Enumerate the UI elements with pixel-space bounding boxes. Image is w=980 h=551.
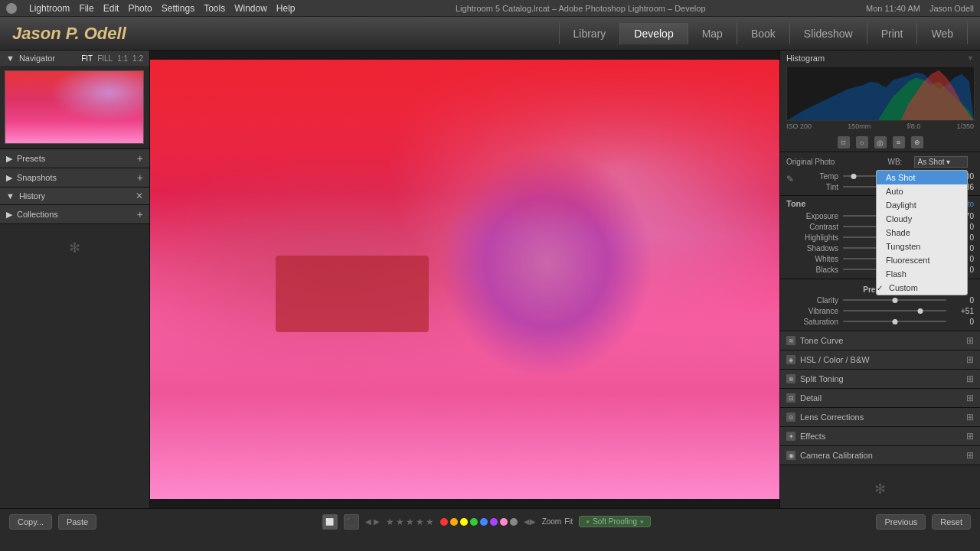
presets-add-icon[interactable]: + xyxy=(137,152,143,165)
view-next-icon[interactable]: ▶ xyxy=(374,517,380,526)
view-prev-icon[interactable]: ◀ xyxy=(365,517,371,526)
effects-header[interactable]: ✦ Effects ⊞ xyxy=(780,427,980,445)
hsl-header[interactable]: ◈ HSL / Color / B&W ⊞ xyxy=(780,350,980,369)
star-2[interactable]: ★ xyxy=(396,517,404,527)
menu-help[interactable]: Help xyxy=(276,3,296,14)
lens-corrections-header[interactable]: ⊙ Lens Corrections ⊞ xyxy=(780,408,980,426)
menu-photo[interactable]: Photo xyxy=(128,3,152,14)
tab-map[interactable]: Map xyxy=(688,23,737,44)
flag-prev[interactable]: ◀▶ xyxy=(524,517,536,526)
tone-curve-header[interactable]: ≋ Tone Curve ⊞ xyxy=(780,331,980,350)
camera-calibration-header[interactable]: ◉ Camera Calibration ⊞ xyxy=(780,446,980,465)
snapshots-section: ▶ Snapshots + xyxy=(0,168,149,187)
pencil-icon[interactable]: ✎ xyxy=(786,174,794,184)
clarity-slider[interactable] xyxy=(843,295,946,305)
navigator-thumbnail[interactable] xyxy=(5,70,144,144)
clarity-row: Clarity 0 xyxy=(786,295,974,305)
hsl-icon: ◈ xyxy=(786,355,795,364)
vibrance-label: Vibrance xyxy=(786,307,838,315)
tab-print[interactable]: Print xyxy=(867,23,918,44)
wb-option-fluorescent[interactable]: Fluorescent xyxy=(877,253,967,267)
wb-option-tungsten[interactable]: Tungsten xyxy=(877,240,967,253)
center-panel xyxy=(150,51,779,508)
menu-settings[interactable]: Settings xyxy=(162,3,194,14)
zoom-fit[interactable]: FIT xyxy=(81,54,93,63)
star-1[interactable]: ★ xyxy=(386,517,394,527)
color-green[interactable] xyxy=(470,518,478,526)
blacks-label: Blacks xyxy=(786,266,838,274)
effects-label: Effects xyxy=(800,432,825,441)
snapshots-header[interactable]: ▶ Snapshots + xyxy=(0,168,149,187)
bottom-bar: Copy... Paste ⬜ ⬛ ◀ ▶ ★ ★ ★ ★ ★ ◀▶ xyxy=(0,508,980,534)
color-lightyellow[interactable] xyxy=(460,518,468,526)
soft-proofing-label: Soft Proofing xyxy=(593,517,637,526)
navigator-header[interactable]: ▼ Navigator FIT FILL 1:1 1:2 xyxy=(0,51,149,66)
histogram-focal: 150mm xyxy=(848,122,871,130)
wb-option-cloudy[interactable]: Cloudy xyxy=(877,212,967,226)
presets-header[interactable]: ▶ Presets + xyxy=(0,149,149,168)
star-4[interactable]: ★ xyxy=(416,517,424,527)
wb-option-flash[interactable]: Flash xyxy=(877,267,967,281)
color-pink[interactable] xyxy=(500,518,508,526)
zoom-1to1[interactable]: 1:1 xyxy=(117,54,128,63)
proof-dropdown-icon[interactable]: ▾ xyxy=(640,518,644,526)
redeye-tool[interactable]: ◎ xyxy=(874,136,887,148)
zoom-fill[interactable]: FILL xyxy=(97,54,113,63)
left-panel: ▼ Navigator FIT FILL 1:1 1:2 ▶ xyxy=(0,51,150,508)
main-nav: Jason P. Odell Library Develop Map Book … xyxy=(0,17,980,51)
spot-removal-tool[interactable]: ○ xyxy=(856,136,868,148)
compare-view-button[interactable]: ⬛ xyxy=(344,514,359,530)
menu-tools[interactable]: Tools xyxy=(204,3,225,14)
tab-slideshow[interactable]: Slideshow xyxy=(790,23,867,44)
snapshots-add-icon[interactable]: + xyxy=(137,171,143,184)
color-yellow[interactable] xyxy=(450,518,458,526)
paste-button[interactable]: Paste xyxy=(58,514,96,530)
wb-option-auto[interactable]: Auto xyxy=(877,184,967,198)
wb-option-daylight[interactable]: Daylight xyxy=(877,198,967,212)
tint-label: Tint xyxy=(786,183,838,191)
detail-header[interactable]: ⊡ Detail ⊞ xyxy=(780,389,980,407)
color-red[interactable] xyxy=(440,518,448,526)
star-5[interactable]: ★ xyxy=(426,517,434,527)
collections-header[interactable]: ▶ Collections + xyxy=(0,205,149,223)
previous-button[interactable]: Previous xyxy=(876,514,926,530)
color-blue[interactable] xyxy=(480,518,488,526)
color-purple[interactable] xyxy=(490,518,498,526)
wb-option-shade[interactable]: Shade xyxy=(877,226,967,240)
wb-option-asshot[interactable]: As Shot xyxy=(877,171,967,184)
tab-book[interactable]: Book xyxy=(737,23,790,44)
radial-filter-tool[interactable]: ⊕ xyxy=(911,136,923,148)
copy-button[interactable]: Copy... xyxy=(9,514,52,530)
split-toning-header[interactable]: ⊗ Split Toning ⊞ xyxy=(780,370,980,388)
single-view-button[interactable]: ⬜ xyxy=(322,514,338,530)
saturation-slider[interactable] xyxy=(843,317,946,326)
crop-tool[interactable]: ⌑ xyxy=(838,136,850,148)
fit-label[interactable]: Fit xyxy=(564,517,573,526)
navigator-title: Navigator xyxy=(19,54,55,63)
tab-web[interactable]: Web xyxy=(917,23,968,44)
vibrance-slider[interactable] xyxy=(843,306,946,315)
history-header[interactable]: ▼ History ✕ xyxy=(0,187,149,204)
lens-corrections-panel: ⊙ Lens Corrections ⊞ xyxy=(780,408,980,427)
histogram-expand[interactable]: ▼ xyxy=(967,54,974,62)
color-gray[interactable] xyxy=(510,518,518,526)
menu-window[interactable]: Window xyxy=(234,3,267,14)
tab-library[interactable]: Library xyxy=(559,23,621,44)
soft-proofing-badge[interactable]: Soft Proofing ▾ xyxy=(579,516,651,527)
collections-add-icon[interactable]: + xyxy=(137,208,143,220)
star-3[interactable]: ★ xyxy=(406,517,414,527)
menu-lightroom[interactable]: Lightroom xyxy=(29,3,70,14)
reset-button[interactable]: Reset xyxy=(932,514,971,530)
wb-option-custom[interactable]: Custom xyxy=(877,281,967,295)
tab-develop[interactable]: Develop xyxy=(620,23,688,44)
wb-select[interactable]: As Shot ▾ xyxy=(914,156,969,168)
menu-edit[interactable]: Edit xyxy=(103,3,119,14)
menu-file[interactable]: File xyxy=(79,3,93,14)
graduated-filter-tool[interactable]: ≡ xyxy=(893,136,905,148)
temp-thumb xyxy=(851,174,856,179)
zoom-1to2[interactable]: 1:2 xyxy=(132,54,143,63)
tone-curve-label: Tone Curve xyxy=(800,336,843,345)
original-photo-row: Original Photo WB: As Shot ▾ As Shot Aut… xyxy=(786,155,974,169)
history-close-icon[interactable]: ✕ xyxy=(136,191,143,201)
hsl-label: HSL / Color / B&W xyxy=(800,355,870,364)
